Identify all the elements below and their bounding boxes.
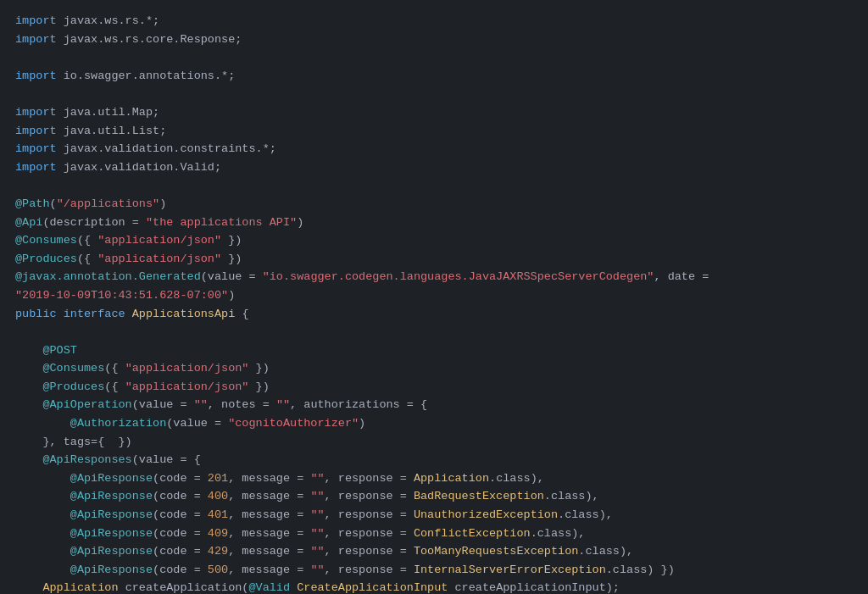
code-line: }, tags={ }) [15, 433, 853, 452]
code-line: @Produces({ "application/json" }) [15, 378, 853, 397]
code-line: "2019-10-09T10:43:51.628-07:00") [15, 286, 853, 305]
code-line: Application createApplication(@Valid Cre… [15, 579, 853, 594]
code-line: @Produces({ "application/json" }) [15, 250, 853, 269]
code-line: @ApiResponses(value = { [15, 451, 853, 469]
code-line: import javax.validation.Valid; [15, 158, 853, 177]
code-line: @Path("/applications") [15, 195, 853, 214]
code-editor: import javax.ws.rs.*;import javax.ws.rs.… [0, 0, 868, 594]
code-line: @Consumes({ "application/json" }) [15, 231, 853, 250]
code-line [15, 48, 853, 67]
code-line [15, 176, 853, 195]
code-line: @ApiOperation(value = "", notes = "", au… [15, 396, 853, 414]
code-line: @ApiResponse(code = 400, message = "", r… [15, 487, 853, 506]
code-line: import javax.validation.constraints.*; [15, 140, 853, 158]
code-line: @javax.annotation.Generated(value = "io.… [15, 268, 853, 286]
code-line: @ApiResponse(code = 429, message = "", r… [15, 542, 853, 561]
code-line: import java.util.List; [15, 122, 853, 141]
code-line: import javax.ws.rs.*; [15, 12, 853, 31]
code-line: @Authorization(value = "cognitoAuthorize… [15, 414, 853, 433]
code-line: @ApiResponse(code = 401, message = "", r… [15, 506, 853, 525]
code-line: @ApiResponse(code = 409, message = "", r… [15, 525, 853, 543]
code-line: @POST [15, 341, 853, 360]
code-line: @Api(description = "the applications API… [15, 214, 853, 232]
code-line: import javax.ws.rs.core.Response; [15, 31, 853, 49]
code-line: @ApiResponse(code = 500, message = "", r… [15, 561, 853, 580]
code-line: @Consumes({ "application/json" }) [15, 359, 853, 378]
code-line: import io.swagger.annotations.*; [15, 67, 853, 86]
code-block: import javax.ws.rs.*;import javax.ws.rs.… [15, 12, 853, 594]
code-line: public interface ApplicationsApi { [15, 305, 853, 324]
code-line: @ApiResponse(code = 201, message = "", r… [15, 469, 853, 488]
code-line [15, 85, 853, 103]
code-line [15, 323, 853, 341]
code-line: import java.util.Map; [15, 103, 853, 122]
